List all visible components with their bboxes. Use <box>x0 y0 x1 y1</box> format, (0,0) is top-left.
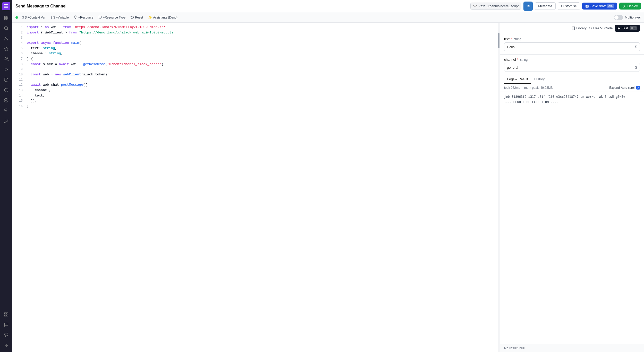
line-content[interactable]: import * as wmill from 'https://deno.lan… <box>27 25 495 30</box>
line-content[interactable]: ) { <box>27 56 495 62</box>
sidebar-item-expand[interactable] <box>2 341 11 350</box>
code-line: 5 text: string, <box>12 46 497 51</box>
line-number: 3 <box>14 36 23 40</box>
line-content[interactable]: channel: string, <box>27 51 495 56</box>
line-number: 14 <box>14 93 23 98</box>
logs-content: job 018963f2-a317-d81f-f1f0-e3cc23418747… <box>500 92 644 344</box>
line-content[interactable]: const web = new WebClient(slack.token); <box>27 72 495 77</box>
tab-history[interactable]: History <box>531 75 548 84</box>
test-label: Test <box>622 26 628 30</box>
logs-tabs: Logs & Result History <box>500 75 644 84</box>
sidebar-item-admin[interactable] <box>2 116 11 126</box>
variable-button[interactable]: $ $ +Variable <box>48 15 71 20</box>
assistants-button[interactable]: ✨ Assistants (Deno) <box>146 15 180 20</box>
code-line: 16} <box>12 104 497 109</box>
line-content[interactable]: const slack = await wmill.getResource('u… <box>27 62 495 67</box>
line-number: 7 <box>14 57 23 61</box>
svg-rect-1 <box>6 16 8 17</box>
scrollbar-thumb <box>498 33 499 48</box>
svg-point-4 <box>4 27 7 30</box>
line-content[interactable]: text, <box>27 93 495 99</box>
svg-rect-18 <box>4 315 6 316</box>
library-button[interactable]: Library <box>572 26 587 30</box>
reset-button[interactable]: Reset <box>129 14 145 21</box>
line-content[interactable]: import { WebClient } from "https://deno.… <box>27 30 495 36</box>
code-line: 2import { WebClient } from "https://deno… <box>12 30 497 36</box>
sidebar-item-team[interactable] <box>2 55 11 64</box>
sidebar-item-dashboard[interactable] <box>2 310 11 319</box>
field-text-dollar-icon[interactable]: $ <box>632 43 640 51</box>
sidebar-item-flows[interactable] <box>2 65 11 74</box>
code-line: 8 const slack = await wmill.getResource(… <box>12 62 497 67</box>
sidebar-item-apps[interactable] <box>2 85 11 95</box>
deploy-button[interactable]: Deploy <box>619 3 641 10</box>
line-content[interactable]: await web.chat.postMessage({ <box>27 82 495 88</box>
resource-label: +Resource <box>78 16 93 19</box>
line-content[interactable]: channel, <box>27 88 495 93</box>
right-panel-header: Library Use VSCode ▶ Test ⌘↵ <box>500 23 644 34</box>
expand-label: Expand Auto scroll ✓ <box>609 86 640 90</box>
resource-type-label: +Resource Type <box>103 16 125 19</box>
line-content[interactable]: } <box>27 104 495 109</box>
script-title-input[interactable]: Send Message to Channel <box>15 4 468 8</box>
status-dot <box>15 16 18 19</box>
test-shortcut: ⌘↵ <box>630 26 637 30</box>
line-content[interactable]: export async function main( <box>27 40 495 46</box>
logs-meta: took 982ms mem peak: 49.03MB Expand Auto… <box>500 84 644 92</box>
field-type-text: string <box>513 37 521 41</box>
field-channel-input-wrap: $ <box>504 63 640 72</box>
field-channel-dollar-icon[interactable]: $ <box>632 63 640 72</box>
field-text-input[interactable] <box>504 43 632 51</box>
editor-scrollbar[interactable] <box>498 23 500 352</box>
logo[interactable] <box>2 2 10 10</box>
sidebar-item-home[interactable] <box>2 13 11 23</box>
sidebar-item-chat[interactable] <box>2 320 11 329</box>
test-button[interactable]: ▶ Test ⌘↵ <box>615 25 640 32</box>
sidebar-item-search[interactable] <box>2 24 11 33</box>
vscode-button[interactable]: Use VSCode <box>589 26 613 30</box>
sidebar-item-monitor[interactable] <box>2 96 11 105</box>
save-draft-button[interactable]: Save draft ⌘S <box>582 3 617 10</box>
line-number: 6 <box>14 51 23 56</box>
resource-type-button[interactable]: +Resource Type <box>96 14 128 21</box>
line-number: 12 <box>14 83 23 87</box>
line-number: 1 <box>14 25 23 30</box>
deploy-label: Deploy <box>628 4 638 8</box>
context-var-button[interactable]: $ $ +Context Var <box>20 15 47 20</box>
line-content[interactable]: }); <box>27 98 495 104</box>
tab-logs-result[interactable]: Logs & Result <box>504 75 531 84</box>
variable-label: $ +Variable <box>53 16 69 19</box>
line-content[interactable]: text: string, <box>27 46 495 51</box>
context-var-label: $ +Context Var <box>25 16 46 19</box>
sidebar-item-github[interactable] <box>2 330 11 340</box>
path-badge[interactable]: Path u/henri/sincere_script <box>470 3 521 10</box>
context-var-icon: $ <box>22 16 24 19</box>
assistants-icon: ✨ <box>148 16 152 19</box>
sidebar-item-user[interactable] <box>2 34 11 43</box>
logs-result: No result: null <box>500 344 644 352</box>
resource-icon <box>74 15 77 20</box>
multiplayer-switch[interactable] <box>614 15 623 20</box>
variable-icon: $ <box>50 16 52 19</box>
code-editor[interactable]: 1import * as wmill from 'https://deno.la… <box>12 23 500 352</box>
auto-scroll-checkbox[interactable]: ✓ <box>636 86 640 90</box>
logs-mem: mem peak: 49.03MB <box>524 86 553 90</box>
field-channel-input[interactable] <box>504 64 632 72</box>
multiplayer-toggle: Multiplayer <box>614 15 641 20</box>
sidebar-item-settings[interactable] <box>2 106 11 115</box>
metadata-button[interactable]: Metadata <box>535 2 555 10</box>
resource-button[interactable]: +Resource <box>72 14 95 21</box>
sidebar-item-favorites[interactable] <box>2 44 11 54</box>
sidebar-item-resources[interactable] <box>2 75 11 84</box>
field-required-marker: * <box>517 58 518 61</box>
right-panel-actions: Library Use VSCode ▶ Test ⌘↵ <box>572 25 640 32</box>
code-line: 4export async function main( <box>12 40 497 46</box>
line-number: 16 <box>14 104 23 109</box>
code-line: 6 channel: string, <box>12 51 497 56</box>
line-number: 15 <box>14 99 23 103</box>
customise-button[interactable]: Customise <box>558 2 580 10</box>
code-line: 15 }); <box>12 98 497 104</box>
svg-rect-0 <box>4 16 6 17</box>
line-number: 2 <box>14 30 23 35</box>
field-channel-label: channel* string <box>504 58 640 61</box>
